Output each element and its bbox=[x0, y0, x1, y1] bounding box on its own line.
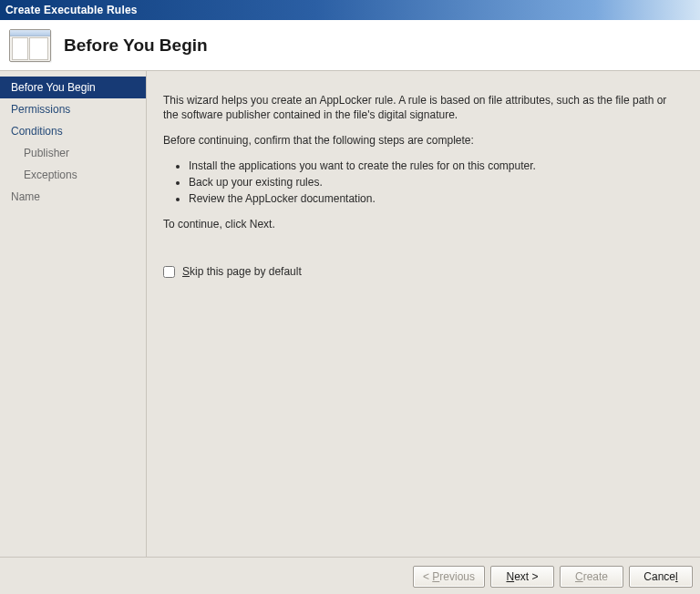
step-name[interactable]: Name bbox=[0, 186, 146, 208]
cancel-button[interactable]: Cancel bbox=[629, 566, 693, 588]
intro-text: This wizard helps you create an AppLocke… bbox=[163, 93, 676, 122]
prereq-item: Review the AppLocker documentation. bbox=[189, 191, 676, 206]
wizard-steps-sidebar: Before You Begin Permissions Conditions … bbox=[0, 71, 147, 557]
step-conditions[interactable]: Conditions bbox=[0, 120, 146, 142]
next-button[interactable]: Next > bbox=[490, 566, 554, 588]
continue-text: To continue, click Next. bbox=[163, 217, 676, 231]
window-titlebar: Create Executable Rules bbox=[0, 0, 700, 20]
page-title: Before You Begin bbox=[64, 36, 208, 56]
window-title: Create Executable Rules bbox=[5, 4, 138, 16]
skip-page-checkbox[interactable] bbox=[163, 266, 175, 278]
wizard-icon bbox=[9, 29, 51, 62]
wizard-footer: < Previous Next > Create Cancel bbox=[0, 557, 700, 594]
prereq-item: Install the applications you want to cre… bbox=[189, 159, 676, 173]
wizard-content: This wizard helps you create an AppLocke… bbox=[147, 71, 700, 557]
previous-button[interactable]: < Previous bbox=[413, 566, 485, 588]
step-permissions[interactable]: Permissions bbox=[0, 98, 146, 120]
prereq-list: Install the applications you want to cre… bbox=[163, 159, 676, 206]
step-exceptions[interactable]: Exceptions bbox=[0, 164, 146, 186]
prereq-item: Back up your existing rules. bbox=[189, 175, 676, 189]
step-publisher[interactable]: Publisher bbox=[0, 142, 146, 164]
create-button[interactable]: Create bbox=[560, 566, 623, 588]
confirm-text: Before continuing, confirm that the foll… bbox=[163, 133, 676, 148]
wizard-header: Before You Begin bbox=[0, 20, 700, 71]
step-before-you-begin[interactable]: Before You Begin bbox=[0, 77, 146, 98]
skip-page-label[interactable]: Skip this page by default bbox=[182, 264, 302, 279]
